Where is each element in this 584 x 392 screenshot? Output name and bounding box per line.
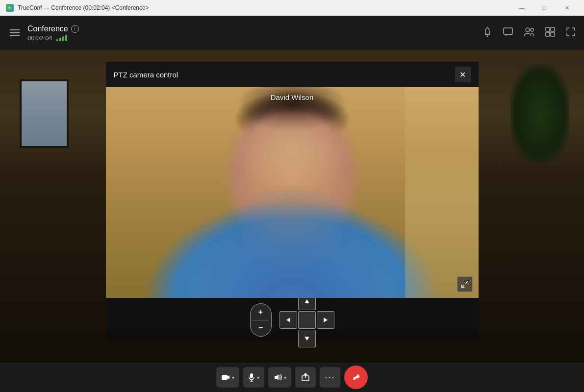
speaker-button[interactable]: ▾ xyxy=(268,367,291,388)
dpad-center-button[interactable] xyxy=(298,311,316,329)
app-title: TrueConf — Conference (00:02:04) <Confer… xyxy=(18,4,149,11)
app-icon xyxy=(6,4,14,12)
participant-name: David Wilson xyxy=(271,93,314,101)
directional-pad xyxy=(279,293,334,347)
conference-timer: 00:02:04 xyxy=(27,34,52,42)
close-button[interactable]: ✕ xyxy=(556,0,578,16)
info-icon[interactable]: i xyxy=(71,25,79,33)
video-feed: David Wilson xyxy=(106,87,479,298)
ptz-modal: PTZ camera control ✕ David Wilson + xyxy=(106,62,479,342)
minimize-button[interactable]: — xyxy=(510,0,533,16)
signal-strength xyxy=(56,34,67,41)
svg-point-4 xyxy=(531,28,533,31)
signal-bar-3 xyxy=(62,36,64,41)
fullscreen-icon[interactable] xyxy=(565,26,576,40)
svg-rect-10 xyxy=(250,373,253,378)
menu-button[interactable] xyxy=(8,27,22,38)
wood-right xyxy=(405,87,479,298)
title-bar-left: TrueConf — Conference (00:02:04) <Confer… xyxy=(6,4,149,12)
end-call-button[interactable] xyxy=(344,366,368,389)
conference-info: Conference i 00:02:04 xyxy=(27,24,79,42)
window-controls: — □ ✕ xyxy=(510,0,578,16)
signal-bar-2 xyxy=(59,38,61,41)
dpad-left-button[interactable] xyxy=(279,311,297,329)
top-bar-right xyxy=(482,26,576,40)
ptz-title: PTZ camera control xyxy=(114,71,178,79)
svg-rect-7 xyxy=(546,32,550,36)
svg-rect-9 xyxy=(222,375,228,380)
expand-video-button[interactable] xyxy=(457,276,473,292)
svg-point-1 xyxy=(487,35,488,37)
camera-button[interactable]: ▾ xyxy=(216,367,239,388)
svg-point-3 xyxy=(526,28,530,32)
zoom-out-button[interactable]: − xyxy=(254,322,268,333)
more-dots: ··· xyxy=(325,372,335,383)
mic-button[interactable]: ▾ xyxy=(243,367,264,388)
bottom-bar: ▾ ▾ ▾ ··· xyxy=(0,363,584,392)
signal-bar-1 xyxy=(56,39,58,41)
mic-chevron: ▾ xyxy=(257,375,259,380)
more-options-button[interactable]: ··· xyxy=(320,367,340,388)
zoom-in-button[interactable]: + xyxy=(254,307,268,318)
chat-icon[interactable] xyxy=(503,26,513,40)
dpad-empty-bottomleft xyxy=(279,330,297,347)
ptz-controls-area: + − xyxy=(106,298,479,342)
ptz-close-button[interactable]: ✕ xyxy=(455,67,471,82)
svg-rect-6 xyxy=(551,27,555,31)
dpad-right-button[interactable] xyxy=(317,311,334,329)
participants-icon[interactable] xyxy=(523,26,535,40)
maximize-button[interactable]: □ xyxy=(533,0,556,16)
svg-rect-2 xyxy=(504,28,512,34)
dpad-down-button[interactable] xyxy=(298,330,316,347)
signal-bar-4 xyxy=(65,35,67,41)
speaker-chevron: ▾ xyxy=(284,375,286,380)
dpad-empty-bottomright xyxy=(317,330,334,347)
conference-name: Conference xyxy=(27,24,68,33)
ptz-title-bar: PTZ camera control ✕ xyxy=(106,62,479,87)
top-bar-left: Conference i 00:02:04 xyxy=(8,24,79,42)
title-bar: TrueConf — Conference (00:02:04) <Confer… xyxy=(0,0,584,16)
top-bar: Conference i 00:02:04 xyxy=(0,16,584,50)
conf-name-row: Conference i xyxy=(27,24,79,33)
svg-rect-8 xyxy=(551,32,555,36)
camera-chevron: ▾ xyxy=(232,375,234,380)
notification-icon[interactable] xyxy=(482,26,493,40)
video-area: PTZ camera control ✕ David Wilson + xyxy=(0,50,584,363)
svg-rect-5 xyxy=(546,27,550,31)
zoom-control: + − xyxy=(250,303,272,337)
layout-icon[interactable] xyxy=(545,26,556,40)
conf-timer-row: 00:02:04 xyxy=(27,34,79,42)
share-button[interactable] xyxy=(295,367,316,388)
zoom-divider xyxy=(253,320,269,320)
